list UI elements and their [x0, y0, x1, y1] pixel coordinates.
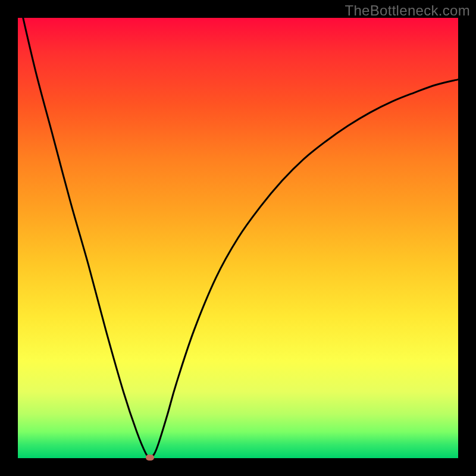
optimum-marker — [146, 455, 154, 461]
curve-svg — [18, 18, 458, 458]
watermark-label: TheBottleneck.com — [345, 2, 470, 19]
bottleneck-curve — [20, 5, 458, 458]
plot-area — [18, 18, 458, 458]
chart-frame: TheBottleneck.com — [0, 0, 476, 476]
